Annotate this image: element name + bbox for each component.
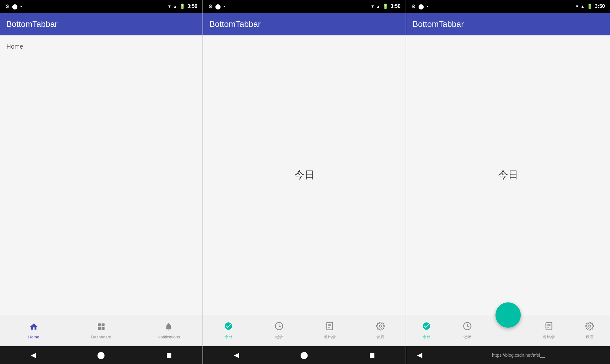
check-circle-icon-3 <box>422 322 431 333</box>
battery-level-icon-1: 🔋 <box>179 3 185 9</box>
clock-icon-2 <box>275 322 283 333</box>
gear-icon-1: ⚙ <box>5 3 9 9</box>
app-bar-title-2: BottomTabbar <box>209 19 261 29</box>
status-icons-left-2: ⚙ ⬤ ▪ <box>208 3 225 9</box>
nav-item-notifications[interactable]: Notifications <box>135 315 202 346</box>
nav-label-today-3: 今日 <box>422 334 431 340</box>
battery-icon-3: ▪ <box>426 3 428 9</box>
circle-icon-2: ⬤ <box>215 3 221 9</box>
status-right-3: ▾ ▲ 🔋 3:50 <box>576 3 605 9</box>
status-bar-3: ⚙ ⬤ ▪ ▾ ▲ 🔋 3:50 <box>406 0 610 13</box>
clock-icon-3 <box>463 322 472 333</box>
bell-icon <box>164 322 173 333</box>
bottom-nav-1: Home Dashboard Notifications <box>0 315 202 346</box>
nav-item-records-2[interactable]: 记录 <box>254 315 304 346</box>
bottom-nav-3: 今日 记录 <box>406 315 610 346</box>
content-area-2: 今日 <box>203 35 406 315</box>
nav-item-contacts-2[interactable]: 通讯录 <box>304 315 355 346</box>
back-btn-2[interactable]: ◀ <box>226 349 247 362</box>
signal-icon-1: ▲ <box>173 4 177 9</box>
phone-1: ⚙ ⬤ ▪ ▾ ▲ 🔋 3:50 BottomTabbar Home Home <box>0 0 203 364</box>
fab-button[interactable] <box>495 302 521 328</box>
content-today-label-3: 今日 <box>498 168 518 182</box>
contacts-icon-3 <box>545 322 553 333</box>
status-bar-2: ⚙ ⬤ ▪ ▾ ▲ 🔋 3:50 <box>203 0 406 13</box>
wifi-icon-1: ▾ <box>168 3 171 9</box>
nav-item-home[interactable]: Home <box>0 315 67 346</box>
wifi-icon-3: ▾ <box>576 3 578 9</box>
nav-item-settings-2[interactable]: 设置 <box>355 315 406 346</box>
android-nav-bar-3: ◀ https://blog.csdn.net/afei__ <box>406 346 610 364</box>
nav-label-records-2: 记录 <box>275 334 283 340</box>
nav-label-home: Home <box>28 335 39 339</box>
content-area-3: 今日 <box>406 35 610 315</box>
nav-item-today-2[interactable]: 今日 <box>203 315 254 346</box>
svg-point-8 <box>379 325 382 327</box>
content-area-1: Home <box>0 35 202 315</box>
app-bar-title-3: BottomTabbar <box>413 19 464 29</box>
nav-label-records-3: 记录 <box>463 334 471 340</box>
android-nav-bar-1: ◀ ⬤ ◼ <box>0 346 202 364</box>
nav-label-contacts-3: 通讯录 <box>543 334 555 340</box>
status-icons-left-1: ⚙ ⬤ ▪ <box>5 3 22 9</box>
status-time-1: 3:50 <box>187 3 197 9</box>
back-btn-1[interactable]: ◀ <box>23 349 44 362</box>
battery-level-icon-3: 🔋 <box>587 3 593 9</box>
status-right-2: ▾ ▲ 🔋 3:50 <box>371 3 401 9</box>
app-bar-2: BottomTabbar <box>203 13 406 35</box>
status-time-3: 3:50 <box>595 3 605 9</box>
nav-item-today-3[interactable]: 今日 <box>406 315 447 346</box>
circle-icon-3: ⬤ <box>418 3 424 9</box>
content-today-label-2: 今日 <box>294 168 314 182</box>
signal-icon-2: ▲ <box>376 4 381 9</box>
home-btn-1[interactable]: ⬤ <box>90 349 113 362</box>
recent-btn-1[interactable]: ◼ <box>159 349 179 362</box>
wifi-icon-2: ▾ <box>371 3 374 9</box>
signal-icon-3: ▲ <box>580 4 585 9</box>
nav-label-notifications: Notifications <box>158 335 180 339</box>
check-circle-icon-2 <box>224 322 233 333</box>
phone-3: ⚙ ⬤ ▪ ▾ ▲ 🔋 3:50 BottomTabbar 今日 今日 <box>406 0 610 364</box>
home-btn-2[interactable]: ⬤ <box>293 349 316 362</box>
gear-icon-3: ⚙ <box>411 3 416 9</box>
dashboard-icon <box>97 322 106 333</box>
nav-label-settings-3: 设置 <box>586 334 594 340</box>
svg-point-17 <box>588 325 591 327</box>
android-nav-bar-2: ◀ ⬤ ◼ <box>203 346 406 364</box>
browser-url: https://blog.csdn.net/afei__ <box>430 353 607 358</box>
gear-icon-2: ⚙ <box>208 3 213 9</box>
app-bar-1: BottomTabbar <box>0 13 202 35</box>
battery-icon-2: ▪ <box>223 3 225 9</box>
nav-label-dashboard: Dashboard <box>91 335 111 339</box>
nav-item-contacts-3[interactable]: 通讯录 <box>528 315 569 346</box>
nav-label-today-2: 今日 <box>224 334 233 340</box>
settings-icon-3 <box>585 322 594 333</box>
app-bar-title-1: BottomTabbar <box>6 19 58 29</box>
status-time-2: 3:50 <box>390 3 401 9</box>
settings-icon-2 <box>376 322 385 333</box>
back-btn-3[interactable]: ◀ <box>409 349 430 362</box>
app-bar-3: BottomTabbar <box>406 13 610 35</box>
status-bar-1: ⚙ ⬤ ▪ ▾ ▲ 🔋 3:50 <box>0 0 202 13</box>
battery-icon-1: ▪ <box>20 3 22 9</box>
battery-level-icon-2: 🔋 <box>383 3 389 9</box>
bottom-nav-2: 今日 记录 <box>203 315 406 346</box>
nav-label-contacts-2: 通讯录 <box>324 334 336 340</box>
status-icons-left-3: ⚙ ⬤ ▪ <box>411 3 428 9</box>
nav-item-dashboard[interactable]: Dashboard <box>67 315 135 346</box>
nav-label-settings-2: 设置 <box>376 334 384 340</box>
phone-2: ⚙ ⬤ ▪ ▾ ▲ 🔋 3:50 BottomTabbar 今日 今日 <box>203 0 406 364</box>
content-home-label: Home <box>6 43 23 50</box>
nav-item-settings-3[interactable]: 设置 <box>569 315 610 346</box>
circle-icon-1: ⬤ <box>12 3 18 9</box>
home-icon <box>29 322 38 333</box>
status-right-1: ▾ ▲ 🔋 3:50 <box>168 3 197 9</box>
contacts-icon-2 <box>325 322 334 333</box>
nav-item-records-3[interactable]: 记录 <box>447 315 488 346</box>
recent-btn-2[interactable]: ◼ <box>362 349 383 362</box>
